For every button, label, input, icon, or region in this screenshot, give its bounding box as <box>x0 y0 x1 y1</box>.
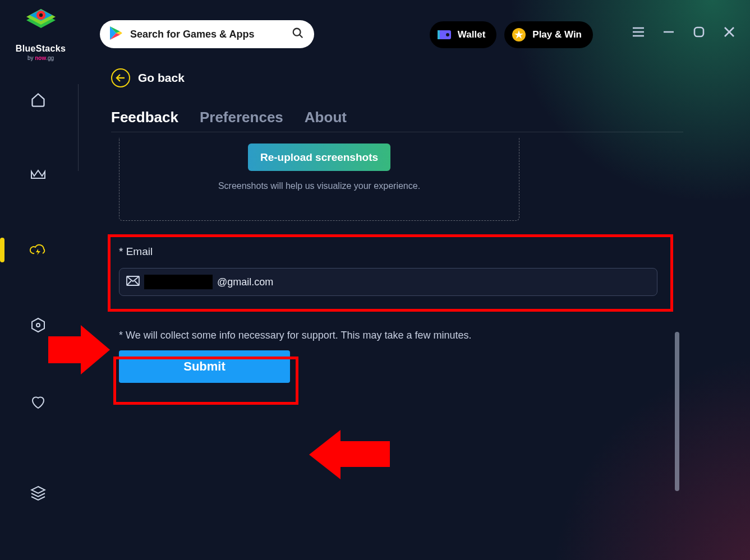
mail-icon <box>126 276 140 288</box>
sidebar-item-copy[interactable] <box>22 553 54 560</box>
svg-point-14 <box>446 33 449 36</box>
svg-rect-13 <box>438 30 440 39</box>
search-input[interactable] <box>130 29 287 40</box>
reupload-screenshots-button[interactable]: Re-upload screenshots <box>248 144 390 171</box>
window-controls <box>631 25 737 39</box>
logo-byline: by now.gg <box>11 55 70 61</box>
play-win-label: Play & Win <box>532 29 582 40</box>
star-badge-icon <box>511 27 527 43</box>
screenshot-upload-area[interactable]: Re-upload screenshots Screenshots will h… <box>119 138 519 221</box>
logo-byline-prefix: by <box>27 55 35 61</box>
search-icon[interactable] <box>292 27 304 41</box>
wallet-button[interactable]: Wallet <box>430 21 496 48</box>
go-back-button[interactable]: Go back <box>111 68 185 87</box>
sidebar-item-favorites[interactable] <box>22 387 54 418</box>
sidebar-item-premium[interactable] <box>22 159 54 191</box>
email-value-suffix: @gmail.com <box>217 276 273 288</box>
svg-point-5 <box>39 13 42 17</box>
sidebar <box>0 84 79 544</box>
svg-point-25 <box>36 323 40 327</box>
email-input[interactable]: @gmail.com <box>119 268 657 296</box>
svg-point-10 <box>293 29 301 36</box>
close-icon[interactable] <box>722 25 737 39</box>
menu-icon[interactable] <box>631 25 646 39</box>
svg-rect-21 <box>694 27 703 36</box>
play-store-icon <box>110 26 122 42</box>
go-back-label: Go back <box>138 71 185 85</box>
svg-line-32 <box>135 281 139 285</box>
logo-byline-suffix: .gg <box>46 55 54 61</box>
tab-about[interactable]: About <box>305 109 347 126</box>
svg-line-11 <box>300 35 303 38</box>
sidebar-item-hexagon[interactable] <box>22 309 54 341</box>
maximize-icon[interactable] <box>692 25 706 39</box>
back-arrow-icon <box>111 68 130 87</box>
sidebar-item-cloud[interactable] <box>22 234 54 266</box>
minimize-icon[interactable] <box>661 25 676 39</box>
email-redacted-portion <box>144 275 213 289</box>
svg-line-31 <box>127 281 131 285</box>
play-win-button[interactable]: Play & Win <box>504 21 593 48</box>
sidebar-item-layers[interactable] <box>22 478 54 509</box>
search-bar[interactable] <box>100 20 314 48</box>
tab-preferences[interactable]: Preferences <box>200 109 283 126</box>
app-logo: BlueStacks by now.gg <box>11 8 70 61</box>
collect-info-note: * We will collect some info necessary fo… <box>111 330 683 341</box>
top-right-buttons: Wallet Play & Win <box>430 21 593 48</box>
logo-text: BlueStacks <box>11 44 70 54</box>
submit-button[interactable]: Submit <box>119 350 290 383</box>
svg-marker-26 <box>31 487 45 493</box>
logo-byline-brand: now <box>35 55 46 61</box>
email-label: * Email <box>119 246 683 258</box>
sidebar-item-home[interactable] <box>22 84 54 115</box>
main-content: Go back Feedback Preferences About Re-up… <box>111 68 683 548</box>
wallet-icon <box>436 27 452 43</box>
upload-help-text: Screenshots will help us visualize your … <box>218 181 420 191</box>
scrollbar-thumb[interactable] <box>675 332 679 491</box>
tabs: Feedback Preferences About <box>111 109 683 132</box>
email-section: * Email @gmail.com <box>111 246 683 296</box>
bluestacks-logo-icon <box>21 8 61 40</box>
svg-marker-24 <box>32 318 44 332</box>
tab-feedback[interactable]: Feedback <box>111 109 178 126</box>
wallet-label: Wallet <box>458 29 485 40</box>
